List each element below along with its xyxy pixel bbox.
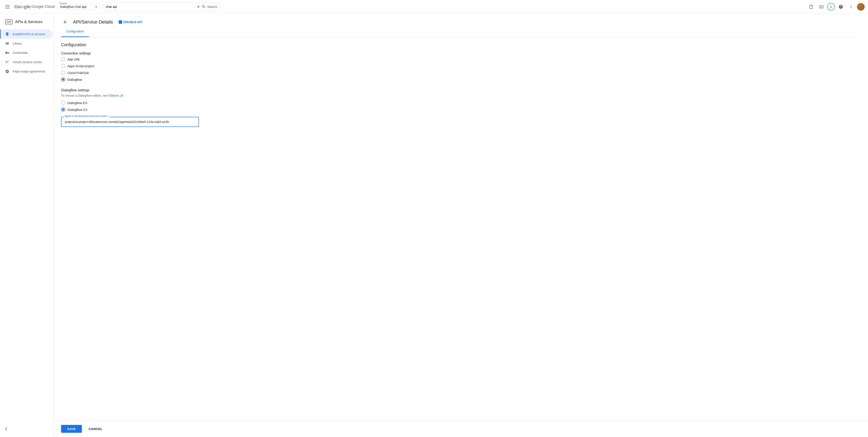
radio-cloud-pubsub-input[interactable] bbox=[61, 70, 65, 75]
tabs-bar: Configuration bbox=[61, 26, 861, 37]
dialogflow-settings: Dialogflow settings To choose a Dialogfl… bbox=[61, 88, 861, 127]
resource-field-wrapper: Agent or Environment resource name * bbox=[61, 117, 199, 127]
project-label: Project bbox=[59, 2, 67, 5]
radio-app-url-input[interactable] bbox=[61, 57, 65, 61]
cancel-button[interactable]: CANCEL bbox=[85, 425, 106, 433]
radio-cloud-pubsub[interactable]: Cloud Pub/Sub bbox=[61, 70, 861, 75]
radio-dialogflow-input[interactable] bbox=[61, 77, 65, 82]
help-button[interactable] bbox=[837, 3, 845, 11]
library-icon bbox=[5, 41, 9, 45]
more-vert-icon bbox=[849, 4, 854, 9]
menu-icon bbox=[5, 4, 10, 9]
project-dropdown-icon: ▾ bbox=[95, 5, 97, 8]
disable-api-button[interactable]: DISABLE API bbox=[116, 19, 145, 25]
radio-dialogflow-cx[interactable]: Dialogflow CX bbox=[61, 107, 861, 112]
sidebar: API APIs & Services Enabled APIs & servi… bbox=[0, 13, 54, 437]
radio-dialogflow[interactable]: Dialogflow bbox=[61, 77, 861, 82]
search-bar: ✕ Search bbox=[102, 3, 221, 11]
transcription-button[interactable] bbox=[807, 3, 815, 11]
document-icon bbox=[809, 4, 813, 9]
radio-apps-script-label: Apps Script project bbox=[67, 64, 94, 68]
editions-link[interactable]: Editions bbox=[108, 94, 119, 97]
page-usage-icon bbox=[5, 69, 9, 73]
topbar-actions: 1 bbox=[807, 3, 865, 11]
config-section: Configuration Connection settings App UR… bbox=[54, 37, 868, 420]
project-value: Dialogflow Chat app bbox=[60, 5, 94, 8]
page-title: API/Service Details bbox=[73, 19, 113, 25]
menu-button[interactable] bbox=[3, 3, 12, 11]
sidebar-item-page-usage[interactable]: Page usage agreements bbox=[0, 67, 52, 76]
back-arrow-icon bbox=[63, 20, 68, 25]
terminal-icon bbox=[819, 4, 824, 9]
dialogflow-radio-group: Dialogflow ES Dialogflow CX bbox=[61, 101, 861, 112]
main-layout: API APIs & Services Enabled APIs & servi… bbox=[0, 13, 868, 437]
radio-dialogflow-label: Dialogflow bbox=[67, 78, 82, 82]
oauth-label: OAuth consent screen bbox=[13, 60, 42, 64]
radio-apps-script-input[interactable] bbox=[61, 64, 65, 68]
avatar-image bbox=[857, 3, 865, 10]
sidebar-bottom bbox=[0, 424, 54, 434]
search-clear-icon[interactable]: ✕ bbox=[197, 4, 200, 9]
project-selector[interactable]: Project Dialogflow Chat app ▾ bbox=[57, 4, 100, 10]
main-content: API/Service Details DISABLE API Configur… bbox=[54, 13, 868, 437]
credentials-icon bbox=[5, 51, 9, 55]
sidebar-header: API APIs & Services bbox=[0, 16, 54, 29]
disable-api-icon bbox=[119, 20, 122, 24]
search-button[interactable]: Search bbox=[202, 5, 217, 9]
sidebar-item-enabled[interactable]: Enabled APIs & services bbox=[0, 29, 52, 39]
dialogflow-settings-heading: Dialogflow settings bbox=[61, 88, 861, 92]
radio-apps-script[interactable]: Apps Script project bbox=[61, 64, 861, 68]
config-heading: Configuration bbox=[61, 42, 861, 47]
disable-api-label: DISABLE API bbox=[123, 20, 142, 24]
radio-dialogflow-es-label: Dialogflow ES bbox=[67, 101, 87, 105]
notification-count: 1 bbox=[830, 5, 832, 8]
credentials-label: Credentials bbox=[13, 51, 28, 55]
page-header: API/Service Details DISABLE API bbox=[54, 13, 868, 26]
connection-settings-heading: Connection settings bbox=[61, 52, 861, 55]
radio-dialogflow-es-input[interactable] bbox=[61, 101, 65, 105]
avatar[interactable] bbox=[857, 3, 865, 10]
google-cloud-logo[interactable]: Google Google Cloud bbox=[14, 4, 55, 9]
radio-dialogflow-cx-input[interactable] bbox=[61, 107, 65, 112]
save-button[interactable]: SAVE bbox=[61, 425, 82, 433]
enabled-apis-icon bbox=[5, 32, 9, 36]
sidebar-collapse-button[interactable] bbox=[5, 427, 49, 431]
dialogflow-description: To choose a Dialogflow edition, see Edit… bbox=[61, 94, 861, 97]
resource-field-input[interactable] bbox=[61, 117, 199, 127]
oauth-icon bbox=[5, 60, 9, 64]
search-input[interactable] bbox=[106, 5, 195, 8]
tab-configuration[interactable]: Configuration bbox=[61, 26, 89, 37]
cloud-shell-button[interactable] bbox=[817, 3, 826, 11]
sidebar-title: APIs & Services bbox=[15, 20, 42, 24]
search-button-label: Search bbox=[207, 5, 217, 8]
notification-badge[interactable]: 1 bbox=[827, 3, 835, 10]
radio-cloud-pubsub-label: Cloud Pub/Sub bbox=[67, 71, 89, 74]
radio-app-url[interactable]: App URL bbox=[61, 57, 861, 61]
back-button[interactable] bbox=[61, 18, 69, 26]
api-badge: API bbox=[5, 20, 12, 24]
library-label: Library bbox=[13, 42, 22, 45]
radio-dialogflow-es[interactable]: Dialogflow ES bbox=[61, 101, 861, 105]
topbar: Google Google Cloud Project Dialogflow C… bbox=[0, 0, 868, 13]
connection-settings: Connection settings App URL Apps Script … bbox=[61, 52, 861, 82]
collapse-icon bbox=[5, 427, 9, 431]
sidebar-item-library[interactable]: Library bbox=[0, 39, 52, 48]
footer: SAVE CANCEL bbox=[54, 420, 868, 437]
search-icon bbox=[202, 5, 206, 9]
radio-dialogflow-cx-label: Dialogflow CX bbox=[67, 108, 87, 112]
connection-radio-group: App URL Apps Script project Cloud Pub/Su… bbox=[61, 57, 861, 82]
help-icon bbox=[839, 4, 843, 9]
page-usage-label: Page usage agreements bbox=[13, 70, 45, 73]
more-options-button[interactable] bbox=[847, 3, 855, 11]
resource-field-label: Agent or Environment resource name * bbox=[64, 115, 109, 118]
enabled-apis-label: Enabled APIs & services bbox=[13, 32, 45, 36]
sidebar-item-credentials[interactable]: Credentials bbox=[0, 48, 52, 57]
sidebar-item-oauth[interactable]: OAuth consent screen bbox=[0, 57, 52, 67]
radio-app-url-label: App URL bbox=[67, 57, 80, 61]
